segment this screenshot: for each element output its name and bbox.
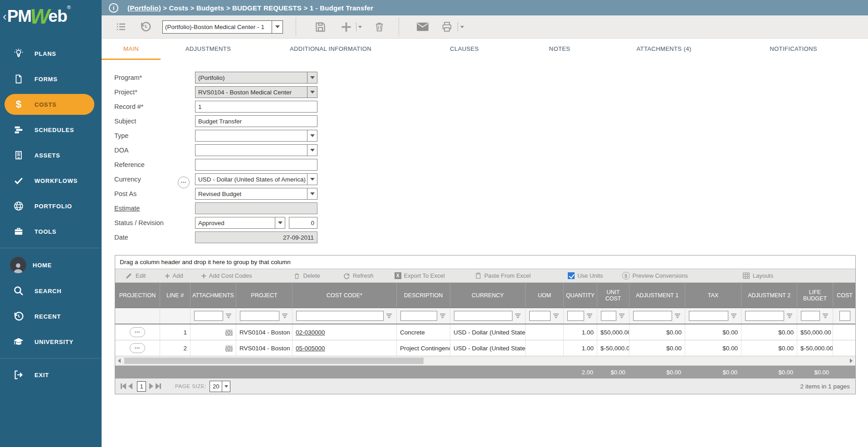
layouts-button[interactable]: Layouts bbox=[742, 272, 774, 279]
filter-input-quantity[interactable] bbox=[567, 311, 584, 321]
sidebar-item-assets[interactable]: ASSETS bbox=[0, 142, 102, 168]
sidebar-item-forms[interactable]: FORMS bbox=[0, 66, 102, 92]
project-select[interactable]: RVS0104 - Boston Medical Center bbox=[195, 86, 317, 98]
print-icon[interactable] bbox=[441, 21, 453, 33]
record-selector[interactable]: (Portfolio)-Boston Medical Center - 1 bbox=[162, 20, 283, 34]
currency-lookup-button[interactable] bbox=[178, 177, 190, 188]
filter-icon[interactable] bbox=[586, 313, 593, 319]
sidebar-item-plans[interactable]: PLANS bbox=[0, 41, 102, 66]
add-record-icon[interactable] bbox=[340, 21, 352, 33]
tab-notifications[interactable]: NOTIFICATIONS bbox=[732, 39, 855, 60]
chevron-down-icon[interactable] bbox=[307, 72, 317, 83]
sidebar-item-costs[interactable]: COSTS bbox=[0, 92, 102, 117]
use-units-checkbox[interactable]: Use Units bbox=[568, 272, 603, 279]
sidebar-item-portfolio[interactable]: PORTFOLIO bbox=[0, 193, 102, 219]
add-cost-codes-button[interactable]: + Add Cost Codes bbox=[201, 271, 252, 280]
scroll-right-icon[interactable] bbox=[848, 358, 854, 364]
filter-icon[interactable] bbox=[786, 313, 793, 319]
sidebar-collapse-icon[interactable]: ‹ bbox=[3, 10, 7, 24]
filter-input-project[interactable] bbox=[240, 311, 279, 321]
tab-notes[interactable]: NOTES bbox=[523, 39, 596, 60]
scroll-left-icon[interactable] bbox=[116, 358, 122, 364]
chevron-down-icon[interactable] bbox=[222, 381, 230, 392]
current-page-box[interactable]: 1 bbox=[137, 381, 146, 392]
filter-input-unit-cost[interactable] bbox=[601, 311, 616, 321]
chevron-down-icon[interactable] bbox=[272, 21, 283, 33]
first-page-button[interactable] bbox=[121, 382, 126, 390]
sidebar-item-search[interactable]: SEARCH bbox=[0, 278, 102, 304]
filter-icon[interactable] bbox=[674, 313, 681, 319]
breadcrumb-portfolio-link[interactable]: (Portfolio) bbox=[127, 4, 161, 12]
filter-input-description[interactable] bbox=[400, 311, 437, 321]
filter-input-life-budget[interactable] bbox=[801, 311, 820, 321]
ordered-list-icon[interactable] bbox=[115, 21, 127, 32]
currency-select[interactable]: USD - Dollar (United States of America) bbox=[195, 173, 317, 185]
filter-icon[interactable] bbox=[514, 313, 522, 319]
column-header[interactable]: ATTACHMENTS bbox=[190, 283, 236, 308]
filter-icon[interactable] bbox=[225, 313, 232, 319]
row-actions-button[interactable] bbox=[130, 343, 145, 353]
revision-field[interactable] bbox=[289, 217, 317, 229]
filter-input-adjustment-2[interactable] bbox=[745, 311, 784, 321]
column-header[interactable]: COST bbox=[833, 283, 855, 308]
filter-icon[interactable] bbox=[730, 313, 737, 319]
column-header[interactable]: ADJUSTMENT 1 bbox=[629, 283, 685, 308]
column-header[interactable]: UOM bbox=[526, 283, 564, 308]
filter-input-uom[interactable] bbox=[529, 311, 551, 321]
chevron-down-icon[interactable] bbox=[307, 174, 317, 185]
status-select[interactable]: Approved bbox=[195, 217, 285, 229]
chevron-down-icon[interactable] bbox=[307, 188, 317, 199]
filter-input-adjustment-1[interactable] bbox=[633, 311, 672, 321]
tab-additional-information[interactable]: ADDITIONAL INFORMATION bbox=[256, 39, 405, 60]
horizontal-scrollbar[interactable] bbox=[115, 356, 855, 366]
sidebar-item-exit[interactable]: EXIT bbox=[0, 362, 102, 388]
cost-code-link[interactable]: 05-005000 bbox=[296, 345, 325, 352]
save-icon[interactable] bbox=[314, 21, 327, 33]
sidebar-item-schedules[interactable]: SCHEDULES bbox=[0, 117, 102, 142]
filter-icon[interactable] bbox=[552, 313, 560, 319]
export-to-excel-button[interactable]: Export To Excel bbox=[395, 272, 445, 279]
reference-field[interactable] bbox=[195, 159, 317, 171]
delete-record-icon[interactable] bbox=[374, 21, 385, 33]
paste-from-excel-button[interactable]: Paste From Excel bbox=[475, 272, 531, 280]
delete-button[interactable]: Delete bbox=[293, 272, 320, 280]
scrollbar-thumb[interactable] bbox=[124, 358, 424, 364]
row-actions-button[interactable] bbox=[130, 327, 145, 337]
column-header[interactable]: UNIT COST bbox=[597, 283, 629, 308]
filter-icon[interactable] bbox=[618, 313, 625, 319]
next-page-button[interactable] bbox=[149, 382, 153, 390]
filter-input-currency[interactable] bbox=[454, 311, 512, 321]
column-header[interactable]: PROJECTION bbox=[115, 283, 160, 308]
sidebar-item-workflows[interactable]: WORKFLOWS bbox=[0, 168, 102, 193]
add-options-chevron-icon[interactable] bbox=[358, 26, 362, 28]
filter-icon[interactable] bbox=[385, 313, 393, 319]
mail-icon[interactable] bbox=[416, 21, 429, 32]
type-select[interactable] bbox=[195, 130, 317, 142]
column-header[interactable]: LIFE BUDGET bbox=[797, 283, 833, 308]
column-header[interactable]: LINE # bbox=[160, 283, 190, 308]
history-restore-icon[interactable] bbox=[140, 21, 151, 33]
column-header[interactable]: ADJUSTMENT 2 bbox=[741, 283, 797, 308]
filter-input-tax[interactable] bbox=[689, 311, 728, 321]
tab-attachments[interactable]: ATTACHMENTS (4) bbox=[596, 39, 732, 60]
filter-icon[interactable] bbox=[439, 313, 446, 319]
sidebar-item-tools[interactable]: TOOLS bbox=[0, 219, 102, 244]
refresh-button[interactable]: Refresh bbox=[343, 272, 374, 280]
sidebar-item-recent[interactable]: RECENT bbox=[0, 304, 102, 329]
chevron-down-icon[interactable] bbox=[307, 130, 317, 141]
chevron-down-icon[interactable] bbox=[307, 145, 317, 156]
chevron-down-icon[interactable] bbox=[275, 217, 285, 228]
column-header[interactable]: DESCRIPTION bbox=[397, 283, 450, 308]
program-select[interactable]: (Portfolio) bbox=[195, 72, 317, 84]
add-button[interactable]: + Add bbox=[165, 271, 183, 280]
edit-button[interactable]: Edit bbox=[125, 272, 146, 280]
filter-input-cost[interactable] bbox=[839, 311, 850, 321]
cost-code-link[interactable]: 02-030000 bbox=[296, 329, 325, 336]
column-header[interactable]: PROJECT bbox=[236, 283, 293, 308]
sidebar-item-university[interactable]: UNIVERSITY bbox=[0, 329, 102, 354]
tab-main[interactable]: MAIN bbox=[102, 39, 161, 60]
post-as-select[interactable]: Revised Budget bbox=[195, 188, 317, 200]
column-header[interactable]: TAX bbox=[685, 283, 741, 308]
filter-input-cost-code[interactable] bbox=[296, 311, 384, 321]
preview-conversions-button[interactable]: Preview Conversions bbox=[622, 272, 688, 280]
